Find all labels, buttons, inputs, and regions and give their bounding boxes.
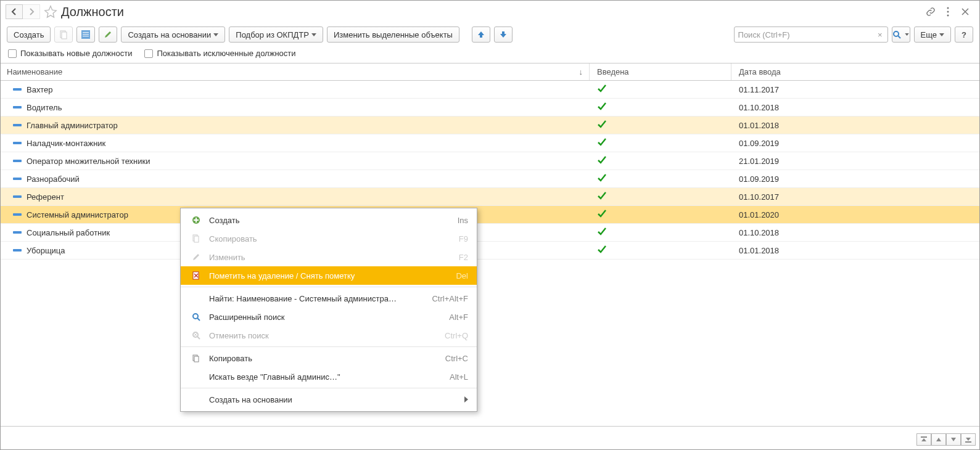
svg-rect-17 (13, 213, 22, 216)
menu-item-label: Скопировать (209, 234, 459, 243)
table-row[interactable]: Референт01.10.2017 (1, 188, 979, 206)
search-input[interactable] (737, 30, 875, 40)
svg-point-1 (947, 11, 949, 13)
link-icon[interactable] (925, 6, 936, 17)
cell-name: Наладчик-монтажник (27, 139, 105, 148)
plus-icon (189, 216, 203, 224)
menu-shortcut: F2 (459, 253, 468, 262)
nav-back-button[interactable] (6, 4, 23, 19)
grid-header: Наименование ↓ Введена Дата ввода (1, 63, 979, 81)
check-icon (597, 191, 607, 203)
menu-item-label: Отменить поиск (209, 331, 445, 340)
cell-date: 01.10.2018 (739, 228, 779, 237)
table-row[interactable]: Уборщица01.01.2018 (1, 242, 979, 260)
cell-name: Водитель (27, 103, 62, 112)
grid-nav-buttons (916, 433, 976, 446)
close-icon[interactable] (960, 6, 971, 17)
pencil-icon (189, 253, 203, 261)
table-row[interactable]: Вахтер01.11.2017 (1, 81, 979, 99)
menu-separator (181, 388, 477, 388)
table-row[interactable]: Главный администратор01.01.2018 (1, 117, 979, 134)
check-icon (597, 102, 607, 113)
menu-item[interactable]: СоздатьIns (181, 211, 477, 229)
cell-date: 01.11.2017 (739, 85, 779, 94)
search-x-icon (189, 331, 203, 340)
svg-rect-18 (13, 231, 22, 234)
table-row[interactable]: Водитель01.10.2018 (1, 99, 979, 117)
menu-item: СкопироватьF9 (181, 229, 477, 248)
menu-item[interactable]: Искать везде "Главный админис…"Alt+L (181, 367, 477, 386)
move-down-button[interactable] (494, 27, 513, 43)
grid-scroll-up-button[interactable] (931, 433, 946, 446)
cell-name: Социальный работник (27, 228, 110, 237)
menu-item[interactable]: Создать на основании (181, 390, 477, 409)
menu-shortcut: Alt+L (450, 372, 468, 382)
svg-point-9 (894, 31, 899, 36)
cell-date: 01.01.2018 (739, 246, 779, 255)
cell-date: 01.10.2017 (739, 192, 779, 202)
item-icon (13, 86, 22, 92)
item-icon (13, 229, 22, 235)
chevron-down-icon (213, 33, 218, 36)
grid-scroll-bottom-button[interactable] (961, 433, 976, 446)
create-button[interactable]: Создать (7, 27, 51, 43)
table-row[interactable]: Оператор множительной техники21.01.2019 (1, 152, 979, 170)
nav-forward-button[interactable] (23, 4, 40, 19)
favorite-star-icon[interactable] (44, 5, 57, 18)
advanced-search-button[interactable] (892, 27, 910, 43)
menu-item[interactable]: КопироватьCtrl+C (181, 349, 477, 367)
move-up-button[interactable] (472, 27, 490, 43)
menu-item-label: Создать на основании (209, 395, 464, 404)
svg-point-24 (193, 314, 198, 319)
table-row[interactable]: Наладчик-монтажник01.09.2019 (1, 134, 979, 152)
arrow-down-blue-icon (499, 30, 508, 39)
help-button[interactable]: ? (955, 27, 973, 43)
cell-name: Разнорабочий (27, 174, 80, 184)
menu-item[interactable]: Расширенный поискAlt+F (181, 308, 477, 326)
menu-shortcut: Ctrl+C (445, 354, 468, 363)
column-header-introduced[interactable]: Введена (590, 63, 731, 80)
more-label: Еще (921, 30, 937, 39)
edit-selected-button[interactable]: Изменить выделенные объекты (327, 27, 459, 43)
kebab-menu-icon[interactable] (942, 6, 953, 17)
menu-shortcut: Ctrl+Q (445, 331, 468, 340)
menu-item-label: Копировать (209, 354, 445, 363)
cell-name: Референт (27, 192, 64, 202)
svg-rect-29 (965, 441, 971, 443)
list-icon (81, 30, 90, 39)
more-button[interactable]: Еще (914, 27, 951, 43)
grid-body: Вахтер01.11.2017Водитель01.10.2018Главны… (1, 81, 979, 426)
menu-item-label: Расширенный поиск (209, 313, 449, 322)
grid-scroll-down-button[interactable] (946, 433, 961, 446)
create-based-button[interactable]: Создать на основании (121, 27, 225, 43)
header: Должности (1, 1, 979, 23)
menu-shortcut: Alt+F (449, 313, 468, 322)
svg-rect-28 (921, 436, 927, 438)
chevron-down-icon (905, 33, 909, 36)
svg-rect-8 (83, 36, 89, 36)
show-excluded-checkbox[interactable]: Показывать исключенные должности (144, 49, 295, 58)
svg-rect-6 (83, 32, 89, 33)
svg-rect-22 (194, 236, 199, 242)
magnifier-icon (892, 30, 901, 39)
menu-shortcut: Ins (458, 216, 468, 225)
list-button[interactable] (76, 27, 95, 43)
menu-item[interactable]: Найти: Наименование - Системный админист… (181, 289, 477, 308)
column-header-date[interactable]: Дата ввода (731, 63, 979, 80)
clear-search-icon[interactable]: × (875, 30, 885, 39)
copy-button[interactable] (54, 27, 73, 43)
page-title: Должности (61, 5, 124, 19)
edit-button[interactable] (99, 27, 117, 43)
table-row[interactable]: Социальный работник01.10.2018 (1, 224, 979, 242)
table-row[interactable]: Системный администратор01.01.2020 (1, 206, 979, 224)
sort-asc-icon: ↓ (579, 67, 583, 76)
search-box[interactable]: × (734, 27, 888, 43)
menu-item[interactable]: Пометить на удаление / Снять пометкуDel (181, 266, 477, 285)
svg-rect-4 (62, 32, 67, 39)
grid-scroll-top-button[interactable] (916, 433, 931, 446)
table-row[interactable]: Разнорабочий01.09.2019 (1, 170, 979, 188)
okpdtr-button[interactable]: Подбор из ОКПДТР (229, 27, 323, 43)
positions-grid: Наименование ↓ Введена Дата ввода Вахтер… (1, 63, 979, 427)
show-new-checkbox[interactable]: Показывать новые должности (8, 49, 132, 58)
column-header-name[interactable]: Наименование ↓ (1, 63, 590, 80)
